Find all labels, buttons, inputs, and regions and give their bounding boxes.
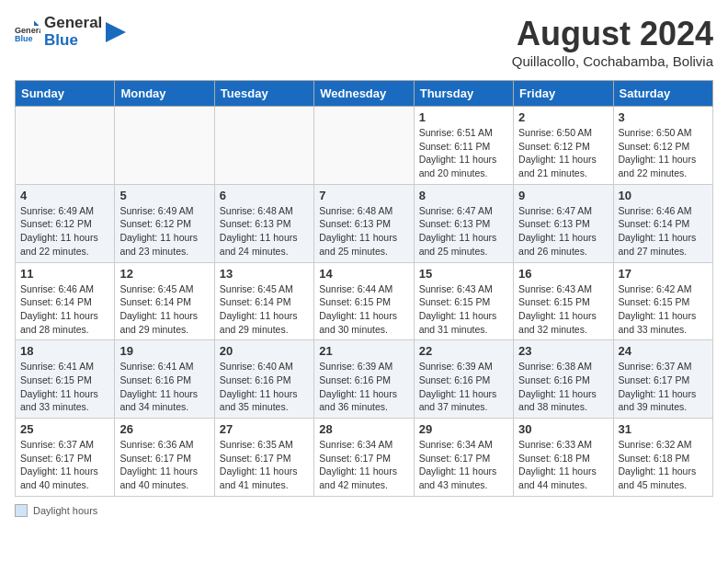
day-info: Sunrise: 6:34 AM Sunset: 6:17 PM Dayligh… bbox=[319, 438, 408, 492]
calendar-cell-3-1: 19Sunrise: 6:41 AM Sunset: 6:16 PM Dayli… bbox=[115, 340, 214, 419]
title-block: August 2024 Quillacollo, Cochabamba, Bol… bbox=[512, 15, 713, 69]
calendar-cell-1-2: 6Sunrise: 6:48 AM Sunset: 6:13 PM Daylig… bbox=[214, 184, 313, 262]
day-number: 25 bbox=[20, 422, 109, 436]
day-number: 13 bbox=[220, 267, 309, 281]
logo-general-text: General bbox=[44, 15, 102, 32]
header-day-wednesday: Wednesday bbox=[314, 81, 414, 107]
calendar-cell-4-2: 27Sunrise: 6:35 AM Sunset: 6:17 PM Dayli… bbox=[214, 419, 313, 497]
calendar-cell-1-4: 8Sunrise: 6:47 AM Sunset: 6:13 PM Daylig… bbox=[414, 184, 513, 262]
header-row: SundayMondayTuesdayWednesdayThursdayFrid… bbox=[16, 81, 713, 107]
day-number: 7 bbox=[319, 189, 408, 202]
day-number: 24 bbox=[619, 344, 708, 358]
day-info: Sunrise: 6:40 AM Sunset: 6:16 PM Dayligh… bbox=[220, 360, 309, 414]
calendar-cell-0-1 bbox=[115, 107, 214, 185]
day-info: Sunrise: 6:50 AM Sunset: 6:12 PM Dayligh… bbox=[619, 126, 708, 180]
header-day-sunday: Sunday bbox=[16, 81, 115, 107]
calendar-header: SundayMondayTuesdayWednesdayThursdayFrid… bbox=[16, 81, 713, 107]
day-number: 14 bbox=[319, 267, 408, 281]
day-info: Sunrise: 6:43 AM Sunset: 6:15 PM Dayligh… bbox=[419, 282, 508, 337]
calendar-cell-2-5: 16Sunrise: 6:43 AM Sunset: 6:15 PM Dayli… bbox=[514, 262, 613, 340]
day-info: Sunrise: 6:49 AM Sunset: 6:12 PM Dayligh… bbox=[119, 204, 209, 259]
day-info: Sunrise: 6:32 AM Sunset: 6:18 PM Dayligh… bbox=[619, 438, 708, 492]
day-number: 8 bbox=[419, 189, 508, 202]
day-info: Sunrise: 6:37 AM Sunset: 6:17 PM Dayligh… bbox=[619, 360, 708, 414]
calendar-cell-2-3: 14Sunrise: 6:44 AM Sunset: 6:15 PM Dayli… bbox=[314, 262, 414, 340]
header-day-monday: Monday bbox=[115, 81, 214, 107]
calendar-cell-3-0: 18Sunrise: 6:41 AM Sunset: 6:15 PM Dayli… bbox=[16, 340, 115, 419]
month-title: August 2024 bbox=[512, 15, 713, 53]
day-number: 27 bbox=[220, 422, 309, 436]
calendar-cell-0-0 bbox=[16, 107, 115, 185]
day-number: 22 bbox=[419, 344, 508, 358]
header-day-saturday: Saturday bbox=[613, 81, 712, 107]
calendar-cell-0-6: 3Sunrise: 6:50 AM Sunset: 6:12 PM Daylig… bbox=[613, 107, 712, 185]
calendar-cell-4-4: 29Sunrise: 6:34 AM Sunset: 6:17 PM Dayli… bbox=[414, 419, 513, 497]
day-info: Sunrise: 6:35 AM Sunset: 6:17 PM Dayligh… bbox=[220, 438, 309, 492]
day-number: 5 bbox=[119, 189, 209, 202]
calendar-cell-4-5: 30Sunrise: 6:33 AM Sunset: 6:18 PM Dayli… bbox=[514, 419, 613, 497]
week-row-3: 18Sunrise: 6:41 AM Sunset: 6:15 PM Dayli… bbox=[16, 340, 713, 419]
calendar-cell-4-0: 25Sunrise: 6:37 AM Sunset: 6:17 PM Dayli… bbox=[16, 419, 115, 497]
day-number: 4 bbox=[20, 189, 109, 202]
day-info: Sunrise: 6:33 AM Sunset: 6:18 PM Dayligh… bbox=[518, 438, 608, 492]
day-number: 2 bbox=[518, 110, 608, 124]
day-number: 29 bbox=[419, 422, 508, 436]
calendar-cell-3-3: 21Sunrise: 6:39 AM Sunset: 6:16 PM Dayli… bbox=[314, 340, 414, 419]
day-info: Sunrise: 6:44 AM Sunset: 6:15 PM Dayligh… bbox=[319, 282, 408, 337]
header-day-thursday: Thursday bbox=[414, 81, 513, 107]
logo-icon: General Blue bbox=[15, 19, 40, 45]
calendar-cell-1-3: 7Sunrise: 6:48 AM Sunset: 6:13 PM Daylig… bbox=[314, 184, 414, 262]
calendar-cell-0-2 bbox=[214, 107, 313, 185]
calendar-cell-3-4: 22Sunrise: 6:39 AM Sunset: 6:16 PM Dayli… bbox=[414, 340, 513, 419]
day-info: Sunrise: 6:48 AM Sunset: 6:13 PM Dayligh… bbox=[319, 204, 408, 259]
day-number: 12 bbox=[119, 267, 209, 281]
day-info: Sunrise: 6:43 AM Sunset: 6:15 PM Dayligh… bbox=[518, 282, 608, 337]
logo-arrow-icon bbox=[106, 22, 126, 42]
day-number: 30 bbox=[518, 422, 608, 436]
day-info: Sunrise: 6:45 AM Sunset: 6:14 PM Dayligh… bbox=[220, 282, 309, 337]
calendar-cell-1-1: 5Sunrise: 6:49 AM Sunset: 6:12 PM Daylig… bbox=[115, 184, 214, 262]
day-info: Sunrise: 6:50 AM Sunset: 6:12 PM Dayligh… bbox=[518, 126, 608, 180]
day-number: 11 bbox=[20, 267, 109, 281]
day-info: Sunrise: 6:51 AM Sunset: 6:11 PM Dayligh… bbox=[419, 126, 508, 180]
day-number: 16 bbox=[518, 267, 608, 281]
day-number: 20 bbox=[220, 344, 309, 358]
daylight-label: Daylight hours bbox=[33, 505, 97, 516]
day-number: 6 bbox=[220, 189, 309, 202]
day-info: Sunrise: 6:41 AM Sunset: 6:16 PM Dayligh… bbox=[119, 360, 209, 414]
calendar-cell-4-3: 28Sunrise: 6:34 AM Sunset: 6:17 PM Dayli… bbox=[314, 419, 414, 497]
day-number: 21 bbox=[319, 344, 408, 358]
day-number: 17 bbox=[619, 267, 708, 281]
day-info: Sunrise: 6:34 AM Sunset: 6:17 PM Dayligh… bbox=[419, 438, 508, 492]
calendar-cell-2-2: 13Sunrise: 6:45 AM Sunset: 6:14 PM Dayli… bbox=[214, 262, 313, 340]
day-number: 1 bbox=[419, 110, 508, 124]
calendar-cell-2-1: 12Sunrise: 6:45 AM Sunset: 6:14 PM Dayli… bbox=[115, 262, 214, 340]
day-number: 10 bbox=[619, 189, 708, 202]
header-day-friday: Friday bbox=[514, 81, 613, 107]
header-day-tuesday: Tuesday bbox=[214, 81, 313, 107]
calendar-cell-1-5: 9Sunrise: 6:47 AM Sunset: 6:13 PM Daylig… bbox=[514, 184, 613, 262]
week-row-4: 25Sunrise: 6:37 AM Sunset: 6:17 PM Dayli… bbox=[16, 419, 713, 497]
svg-text:Blue: Blue bbox=[15, 33, 33, 42]
logo: General Blue General Blue bbox=[15, 15, 126, 49]
day-info: Sunrise: 6:42 AM Sunset: 6:15 PM Dayligh… bbox=[619, 282, 708, 337]
day-info: Sunrise: 6:41 AM Sunset: 6:15 PM Dayligh… bbox=[20, 360, 109, 414]
day-number: 23 bbox=[518, 344, 608, 358]
calendar-cell-3-6: 24Sunrise: 6:37 AM Sunset: 6:17 PM Dayli… bbox=[613, 340, 712, 419]
calendar-cell-3-5: 23Sunrise: 6:38 AM Sunset: 6:16 PM Dayli… bbox=[514, 340, 613, 419]
week-row-1: 4Sunrise: 6:49 AM Sunset: 6:12 PM Daylig… bbox=[16, 184, 713, 262]
day-number: 9 bbox=[518, 189, 608, 202]
footer: Daylight hours bbox=[15, 504, 713, 517]
day-number: 18 bbox=[20, 344, 109, 358]
day-info: Sunrise: 6:39 AM Sunset: 6:16 PM Dayligh… bbox=[319, 360, 408, 414]
day-info: Sunrise: 6:47 AM Sunset: 6:13 PM Dayligh… bbox=[419, 204, 508, 259]
day-info: Sunrise: 6:37 AM Sunset: 6:17 PM Dayligh… bbox=[20, 438, 109, 492]
svg-marker-2 bbox=[34, 20, 40, 26]
day-info: Sunrise: 6:48 AM Sunset: 6:13 PM Dayligh… bbox=[220, 204, 309, 259]
day-info: Sunrise: 6:46 AM Sunset: 6:14 PM Dayligh… bbox=[20, 282, 109, 337]
calendar-cell-4-6: 31Sunrise: 6:32 AM Sunset: 6:18 PM Dayli… bbox=[613, 419, 712, 497]
calendar-cell-4-1: 26Sunrise: 6:36 AM Sunset: 6:17 PM Dayli… bbox=[115, 419, 214, 497]
week-row-2: 11Sunrise: 6:46 AM Sunset: 6:14 PM Dayli… bbox=[16, 262, 713, 340]
day-number: 28 bbox=[319, 422, 408, 436]
logo-blue-text: Blue bbox=[44, 32, 102, 50]
